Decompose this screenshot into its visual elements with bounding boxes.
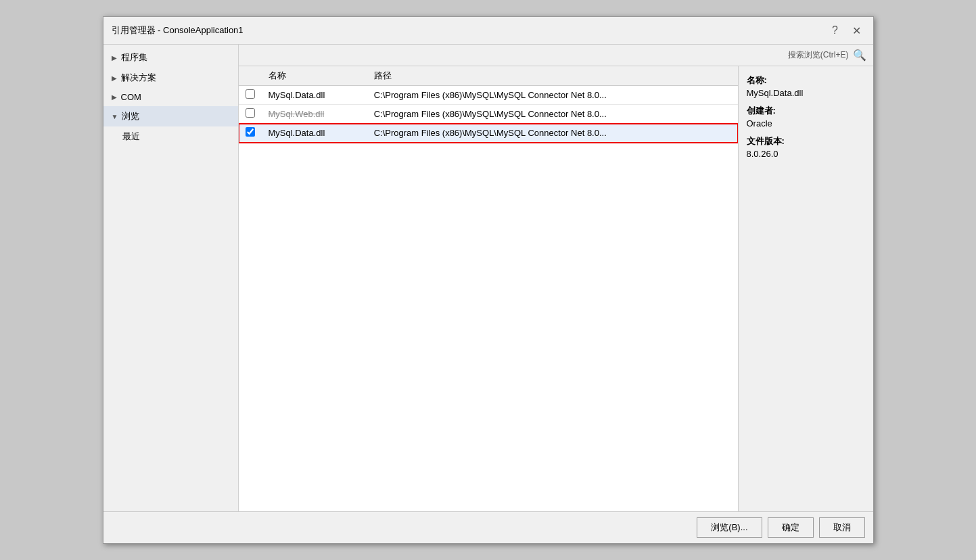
ok-button[interactable]: 确定 [768,517,814,538]
sidebar-label-recent: 最近 [122,131,140,143]
col-header-path: 路径 [367,66,738,86]
sidebar-item-recent[interactable]: 最近 [103,126,238,147]
row-name-0: MySql.Data.dll [262,86,367,105]
cancel-button[interactable]: 取消 [819,517,865,538]
row-checkbox-1[interactable] [246,108,255,118]
sidebar-label-solution: 解决方案 [121,72,156,84]
reference-table: 名称 路径 MySql.Data.dllC:\Program Files (x8… [239,66,738,511]
dialog-content: ▶程序集▶解决方案▶COM▼浏览最近 搜索浏览(Ctrl+E) 🔍 名称 路径 [103,45,873,511]
sidebar-item-com[interactable]: ▶COM [103,88,238,106]
detail-name-value: MySql.Data.dll [747,88,865,98]
table-row[interactable]: MySql.Data.dllC:\Program Files (x86)\MyS… [239,86,738,105]
detail-creator-label: 创建者: [747,105,865,117]
detail-version-label: 文件版本: [747,135,865,147]
detail-panel: 名称: MySql.Data.dll 创建者: Oracle 文件版本: 8.0… [738,66,873,511]
detail-creator-value: Oracle [747,118,865,129]
help-button[interactable]: ? [827,22,843,39]
sidebar-arrow-com: ▶ [112,93,117,101]
sidebar: ▶程序集▶解决方案▶COM▼浏览最近 [103,45,239,511]
row-name-1: MySql.Web.dll [262,105,367,124]
search-label: 搜索浏览(Ctrl+E) [788,49,849,61]
row-path-2: C:\Program Files (x86)\MySQL\MySQL Conne… [367,124,738,143]
detail-version-value: 8.0.26.0 [747,149,865,159]
row-checkbox-2[interactable] [246,127,255,137]
search-bar: 搜索浏览(Ctrl+E) 🔍 [239,45,873,66]
sidebar-label-browse: 浏览 [122,110,139,122]
search-button[interactable]: 🔍 [853,49,866,62]
col-header-checkbox [239,66,262,86]
sidebar-arrow-solution: ▶ [112,74,117,82]
sidebar-label-assemblies: 程序集 [121,51,147,64]
sidebar-item-assemblies[interactable]: ▶程序集 [103,47,238,68]
row-checkbox-cell-2 [239,124,262,143]
sidebar-arrow-browse: ▼ [112,113,118,120]
table-area: 名称 路径 MySql.Data.dllC:\Program Files (x8… [239,66,873,511]
reference-manager-dialog: 引用管理器 - ConsoleApplication1 ? ✕ ▶程序集▶解决方… [103,16,874,544]
row-name-2: MySql.Data.dll [262,124,367,143]
col-header-name: 名称 [262,66,367,86]
table-row[interactable]: MySql.Data.dllC:\Program Files (x86)\MyS… [239,124,738,143]
detail-name-label: 名称: [747,74,865,87]
title-bar: 引用管理器 - ConsoleApplication1 ? ✕ [103,17,873,45]
title-bar-buttons: ? ✕ [827,22,865,39]
row-path-0: C:\Program Files (x86)\MySQL\MySQL Conne… [367,86,738,105]
dialog-title: 引用管理器 - ConsoleApplication1 [112,24,243,37]
footer: 浏览(B)... 确定 取消 [103,511,873,543]
row-checkbox-cell-1 [239,105,262,124]
row-checkbox-0[interactable] [246,89,255,99]
sidebar-item-solution[interactable]: ▶解决方案 [103,68,238,88]
row-checkbox-cell-0 [239,86,262,105]
browse-button[interactable]: 浏览(B)... [697,517,762,538]
table-row[interactable]: MySql.Web.dllC:\Program Files (x86)\MySQ… [239,105,738,124]
sidebar-arrow-assemblies: ▶ [112,54,117,62]
close-button[interactable]: ✕ [849,22,865,39]
sidebar-label-com: COM [121,92,141,102]
sidebar-item-browse[interactable]: ▼浏览 [103,106,238,126]
main-area: 搜索浏览(Ctrl+E) 🔍 名称 路径 [239,45,873,511]
row-path-1: C:\Program Files (x86)\MySQL\MySQL Conne… [367,105,738,124]
